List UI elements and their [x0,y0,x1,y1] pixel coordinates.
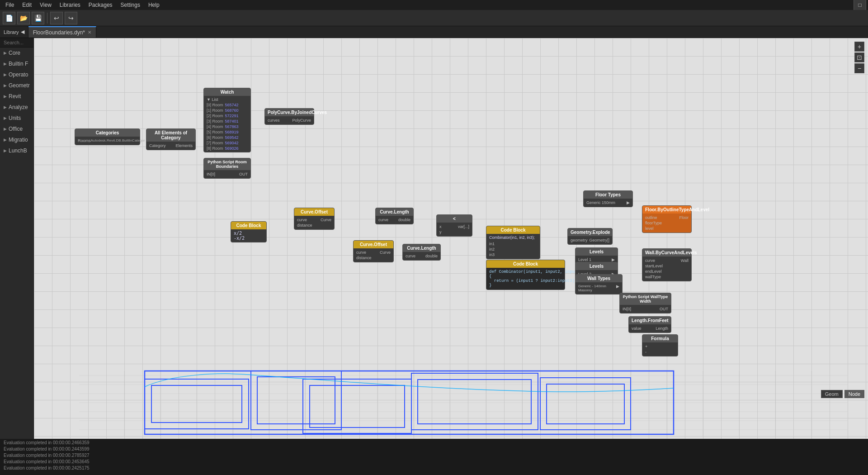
node-body: x var[...] y [437,223,472,236]
port-outline: outline [645,215,657,220]
redo-button[interactable]: ↪ [65,12,77,24]
node-body: curve Wall startLevel endLevel wallType [642,256,691,281]
node-categories[interactable]: Categories Rooms Autodesk.Revit.DB.Built… [75,128,140,145]
node-header: Python Script WallType Width [620,293,671,305]
sidebar-item-label: LunchB [9,147,27,154]
node-wall-types[interactable]: Wall Types Generic - 140mm Masonry ▶ [575,274,623,294]
node-codeblock-1[interactable]: Code Block x/2 -x/2 [231,221,267,242]
node-wall-by-curve[interactable]: Wall.ByCurveAndLevels curve Wall startLe… [642,248,692,281]
node-python-room[interactable]: Python Script Room Boundaries IN[0] OUT [203,158,251,179]
undo-button[interactable]: ↩ [50,12,63,24]
port-distance: distance [356,256,372,260]
node-curve-offset-1[interactable]: Curve.Offset curve Curve distance [294,208,335,230]
node-geometry-explode[interactable]: Geometry.Explode geometry Geometry[] [567,228,613,245]
node-header: Wall.ByCurveAndLevels [642,249,691,256]
node-body: Generic - 140mm Masonry ▶ [576,282,622,294]
port-out: Curve [380,250,391,255]
node-header: Levels [576,262,618,270]
node-all-elements[interactable]: All Elements of Category Category Elemen… [146,128,196,150]
node-header: Levels [576,248,618,256]
zoom-out-button[interactable]: − [854,63,864,73]
sidebar-item-office[interactable]: ▶ Office [0,124,33,134]
node-body: x/2 -x/2 [231,229,266,242]
sidebar-item-label: Core [9,50,20,56]
sidebar-item-label: Analyze [9,104,28,110]
tab-floorboundaries[interactable]: FloorBoundaries.dyn* ✕ [28,26,96,38]
sidebar-item-builtin[interactable]: ▶ Builtin F [0,58,33,69]
menu-packages[interactable]: Packages [85,1,116,9]
library-toggle[interactable]: Library ◀ [0,26,28,38]
zoom-in-button[interactable]: + [854,42,864,52]
sidebar-item-label: Revit [9,93,21,100]
port-out: double [425,254,438,258]
svg-rect-31 [303,379,411,433]
floor-type-value: Generic 150mm [586,200,615,205]
view-geom-button[interactable]: Geom [821,390,843,398]
node-header: Curve.Offset [354,241,393,248]
sidebar-item-lunchbox[interactable]: ▶ LunchB [0,145,33,156]
port-level: level [645,226,654,231]
port-out: double [398,218,410,222]
menu-view[interactable]: View [36,1,55,9]
node-header: PolyCurve.ByJoinedCurves [265,109,314,116]
sidebar-item-core[interactable]: ▶ Core [0,48,33,58]
node-less-than[interactable]: < x var[...] y [436,214,472,237]
view-node-button[interactable]: Node [844,390,864,398]
port-out: PolyCurve [292,118,311,123]
status-bar: Evaluation completed in 00:00:00.2466359… [0,439,868,475]
svg-rect-32 [310,385,405,428]
node-curve-length-1[interactable]: Curve.Length curve double [375,208,414,224]
sidebar-item-units[interactable]: ▶ Units [0,113,33,124]
arrow-icon: ▶ [4,138,7,142]
status-line-4: Evaluation completed in 00:00:00.2453645 [4,459,864,465]
menu-edit[interactable]: Edit [19,1,35,9]
port-in: IN[0] [207,172,215,176]
node-header: Floor Types [584,191,632,199]
save-button[interactable]: 💾 [32,12,44,24]
node-floor-by-outline[interactable]: Floor.ByOutlineTypeAndLevel outline Floo… [642,205,692,233]
menu-settings[interactable]: Settings [117,1,144,9]
node-header: Geometry.Explode [568,228,612,236]
canvas-area[interactable]: Categories Rooms Autodesk.Revit.DB.Built… [34,38,868,439]
main-area: ▶ Core ▶ Builtin F ▶ Operato ▶ Geometr ▶… [0,38,868,439]
node-curve-length-2[interactable]: Curve.Length curve double [402,244,441,261]
node-watch[interactable]: Watch ▼ List [0] Room565742 [1] Room5687… [203,88,251,152]
port-end: endLevel [645,269,662,274]
menu-libraries[interactable]: Libraries [56,1,84,9]
node-value: Autodesk.Revit.DB.BuiltInCategor [91,138,145,143]
viewport-3d [34,312,868,439]
open-button[interactable]: 📂 [17,12,30,24]
node-body: curve double [403,252,440,260]
port-out: Floor [679,215,689,220]
port-out: var[...] [458,224,469,229]
sidebar-item-migration[interactable]: ▶ Migratio [0,134,33,145]
node-header: Floor.ByOutlineTypeAndLevel [642,206,691,214]
node-body: curve Curve distance [354,248,393,262]
port-y: y [439,230,442,234]
sidebar-item-operators[interactable]: ▶ Operato [0,69,33,80]
menu-help[interactable]: Help [145,1,163,9]
sidebar-item-geometry[interactable]: ▶ Geometr [0,80,33,91]
node-body: geometry Geometry[] [568,236,612,244]
status-line-1: Evaluation completed in 00:00:00.2466359 [4,440,864,446]
svg-rect-34 [418,380,531,424]
node-floor-types[interactable]: Floor Types Generic 150mm ▶ [583,190,633,207]
sidebar-item-revit[interactable]: ▶ Revit [0,91,33,102]
port-in2: in2 [489,247,495,252]
node-python-walltype[interactable]: Python Script WallType Width IN[0] OUT [619,293,671,314]
status-line-3: Evaluation completed in 00:00:00.2785927 [4,452,864,459]
new-button[interactable]: 📄 [3,12,15,24]
zoom-fit-button[interactable]: ⊡ [854,52,864,62]
node-def-combinator[interactable]: Code Block def Combinator(input1, input2… [486,260,565,290]
node-polycurve[interactable]: PolyCurve.ByJoinedCurves curves PolyCurv… [264,108,314,125]
tab-close-button[interactable]: ✕ [88,30,91,35]
arrow-icon: ▶ [4,51,7,55]
arrow-icon: ▶ [4,127,7,131]
node-input: Rooms [78,138,91,143]
search-input[interactable] [0,38,33,48]
port-curve: curve [297,218,307,222]
menu-file[interactable]: File [2,1,18,9]
node-curve-offset-2[interactable]: Curve.Offset curve Curve distance [353,240,394,262]
node-combinator[interactable]: Code Block Combinator(in1, in2, in3); in… [486,226,540,259]
sidebar-item-analyze[interactable]: ▶ Analyze [0,102,33,113]
